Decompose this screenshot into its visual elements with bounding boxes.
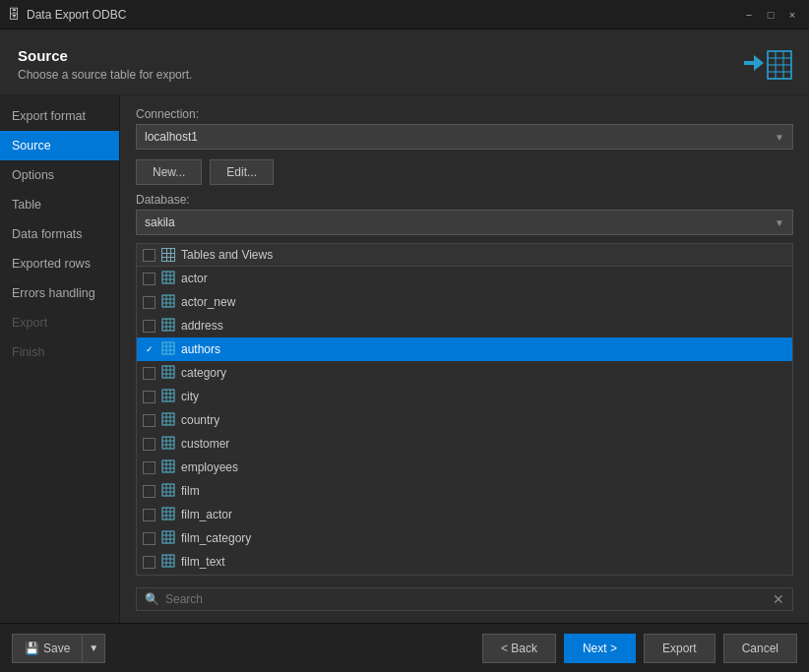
sidebar-item-data-formats[interactable]: Data formats bbox=[0, 219, 119, 249]
table-row[interactable]: employees bbox=[137, 456, 792, 479]
svg-rect-38 bbox=[162, 413, 174, 425]
svg-rect-68 bbox=[162, 555, 174, 567]
table-row[interactable]: country bbox=[137, 408, 792, 432]
table-checkbox[interactable]: ✓ bbox=[143, 343, 156, 356]
header-icon-svg bbox=[742, 43, 793, 87]
save-icon: 💾 bbox=[25, 641, 39, 655]
sidebar-item-source[interactable]: Source bbox=[0, 131, 119, 160]
table-row[interactable]: film_actor bbox=[137, 503, 792, 526]
connection-dropdown[interactable]: localhost1 ▼ bbox=[136, 124, 793, 150]
edit-button[interactable]: Edit... bbox=[210, 159, 274, 185]
sidebar-item-finish: Finish bbox=[0, 337, 119, 367]
next-button[interactable]: Next > bbox=[564, 634, 636, 663]
sidebar-item-errors-handling[interactable]: Errors handling bbox=[0, 278, 119, 308]
minimize-button[interactable]: − bbox=[740, 6, 758, 24]
svg-rect-58 bbox=[162, 508, 174, 519]
table-name: city bbox=[181, 390, 786, 403]
table-name: address bbox=[181, 319, 786, 333]
table-grid-icon bbox=[161, 294, 175, 311]
close-button[interactable]: × bbox=[783, 6, 801, 24]
table-checkbox[interactable] bbox=[143, 438, 156, 451]
table-checkbox[interactable] bbox=[143, 296, 156, 309]
svg-rect-13 bbox=[162, 295, 174, 307]
database-value: sakila bbox=[145, 215, 175, 229]
table-grid-icon bbox=[161, 507, 175, 523]
svg-rect-48 bbox=[162, 460, 174, 472]
table-name: actor bbox=[181, 272, 786, 285]
table-grid-icon bbox=[161, 483, 175, 500]
table-row[interactable]: film_text bbox=[137, 550, 792, 574]
sidebar-item-exported-rows[interactable]: Exported rows bbox=[0, 249, 119, 278]
table-checkbox[interactable] bbox=[143, 414, 156, 427]
table-checkbox[interactable] bbox=[143, 532, 156, 545]
table-checkbox[interactable] bbox=[143, 391, 156, 403]
header-section-title: Source bbox=[18, 47, 192, 64]
table-checkbox[interactable] bbox=[143, 485, 156, 498]
table-grid-icon bbox=[161, 554, 175, 571]
search-bar: 🔍 ✕ bbox=[136, 587, 793, 611]
body-layout: Export format Source Options Table Data … bbox=[0, 95, 809, 623]
table-name: film_text bbox=[181, 555, 786, 569]
table-grid-icon bbox=[161, 459, 175, 476]
header-checkbox[interactable] bbox=[143, 249, 156, 262]
new-button[interactable]: New... bbox=[136, 159, 202, 185]
table-grid-icon bbox=[161, 412, 175, 429]
maximize-button[interactable]: □ bbox=[762, 6, 779, 24]
save-dropdown-button[interactable]: ▼ bbox=[83, 634, 105, 663]
footer-nav-section: < Back Next > Export Cancel bbox=[482, 634, 797, 663]
header-icon bbox=[742, 43, 791, 85]
sidebar-item-options[interactable]: Options bbox=[0, 160, 119, 190]
table-row[interactable]: address bbox=[137, 314, 792, 337]
table-row[interactable]: film_category bbox=[137, 526, 792, 550]
table-checkbox[interactable] bbox=[143, 556, 156, 569]
table-row[interactable]: category bbox=[137, 361, 792, 385]
table-row[interactable]: film bbox=[137, 479, 792, 503]
table-row[interactable]: actor_new bbox=[137, 290, 792, 314]
table-name: actor_new bbox=[181, 295, 786, 309]
footer: 💾 Save ▼ < Back Next > Export Cancel bbox=[0, 623, 809, 672]
table-row[interactable]: customer bbox=[137, 432, 792, 456]
table-grid-icon bbox=[161, 341, 175, 358]
svg-rect-23 bbox=[162, 342, 174, 354]
table-name: country bbox=[181, 413, 786, 427]
header-subtitle: Choose a source table for export. bbox=[18, 68, 192, 82]
cancel-button[interactable]: Cancel bbox=[723, 634, 797, 663]
table-row[interactable]: city bbox=[137, 385, 792, 408]
connection-buttons: New... Edit... bbox=[136, 159, 793, 185]
connection-section: Connection: localhost1 ▼ bbox=[136, 107, 793, 150]
table-row[interactable]: ingredients bbox=[137, 574, 792, 576]
svg-rect-43 bbox=[162, 437, 174, 449]
table-grid-icon bbox=[161, 365, 175, 382]
sidebar-item-export: Export bbox=[0, 308, 119, 337]
table-grid-icon bbox=[161, 271, 175, 287]
table-checkbox[interactable] bbox=[143, 367, 156, 380]
footer-save-section: 💾 Save ▼ bbox=[12, 634, 105, 663]
search-input[interactable] bbox=[165, 592, 767, 606]
table-checkbox[interactable] bbox=[143, 273, 156, 285]
table-grid-icon bbox=[161, 530, 175, 547]
content-area: Connection: localhost1 ▼ New... Edit... … bbox=[120, 95, 809, 623]
table-list-container: Tables and Views actor actor_new address… bbox=[136, 243, 793, 576]
table-rows: actor actor_new address✓ authors categor… bbox=[137, 267, 792, 576]
sidebar-item-table[interactable]: Table bbox=[0, 190, 119, 219]
database-dropdown[interactable]: sakila ▼ bbox=[136, 210, 793, 235]
table-name: category bbox=[181, 366, 786, 380]
table-checkbox[interactable] bbox=[143, 509, 156, 521]
title-bar-controls: − □ × bbox=[740, 6, 801, 24]
search-clear-icon[interactable]: ✕ bbox=[773, 591, 784, 607]
table-row[interactable]: ✓ authors bbox=[137, 337, 792, 361]
save-button[interactable]: 💾 Save bbox=[12, 634, 83, 663]
table-row[interactable]: actor bbox=[137, 267, 792, 290]
title-bar: 🗄 Data Export ODBC − □ × bbox=[0, 0, 809, 30]
table-list-header: Tables and Views bbox=[137, 244, 792, 267]
table-checkbox[interactable] bbox=[143, 461, 156, 474]
search-icon: 🔍 bbox=[145, 592, 159, 606]
header: Source Choose a source table for export. bbox=[0, 30, 809, 95]
main-container: Source Choose a source table for export. bbox=[0, 30, 809, 672]
sidebar-item-export-format[interactable]: Export format bbox=[0, 101, 119, 131]
back-button[interactable]: < Back bbox=[482, 634, 556, 663]
table-grid-icon bbox=[161, 318, 175, 335]
table-name: customer bbox=[181, 437, 786, 451]
table-checkbox[interactable] bbox=[143, 320, 156, 333]
export-button[interactable]: Export bbox=[644, 634, 716, 663]
